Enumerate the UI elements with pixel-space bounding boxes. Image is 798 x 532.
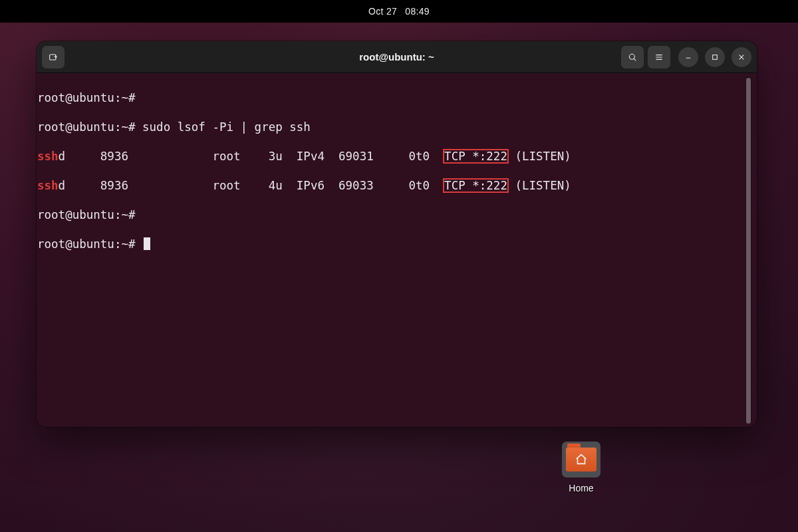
terminal-titlebar[interactable]: root@ubuntu: ~ — [37, 41, 757, 73]
grep-match: ssh — [37, 179, 59, 192]
clock-time: 08:49 — [405, 6, 430, 17]
annotation-box: TCP *:222 — [444, 150, 508, 163]
search-button[interactable] — [621, 46, 644, 68]
command-text: sudo lsof -Pi | grep ssh — [142, 120, 311, 134]
desktop-icon-label: Home — [557, 483, 605, 493]
minimize-button[interactable] — [678, 47, 698, 67]
output-text: (LISTEN) — [508, 150, 571, 163]
home-folder-icon — [566, 448, 597, 471]
output-text: d 8936 root 3u IPv4 69031 0t0 — [59, 150, 444, 163]
maximize-icon — [710, 52, 720, 63]
output-text: (LISTEN) — [508, 179, 571, 192]
svg-point-1 — [629, 54, 634, 59]
terminal-output[interactable]: root@ubuntu:~# root@ubuntu:~# sudo lsof … — [37, 76, 745, 424]
terminal-scrollbar[interactable] — [745, 76, 751, 424]
prompt-line: root@ubuntu:~# — [37, 208, 136, 221]
search-icon — [627, 52, 638, 63]
desktop-icon-home[interactable]: Home — [557, 442, 605, 493]
new-tab-icon — [48, 52, 59, 63]
svg-rect-0 — [50, 55, 56, 60]
close-button[interactable] — [732, 47, 751, 67]
annotation-box: TCP *:222 — [444, 179, 508, 192]
clock[interactable]: Oct 27 08:49 — [366, 6, 432, 17]
grep-match: ssh — [37, 150, 59, 163]
house-glyph-icon — [574, 452, 589, 467]
prompt-line: root@ubuntu:~# — [37, 91, 136, 104]
close-icon — [736, 52, 747, 63]
gnome-top-bar: Oct 27 08:49 — [0, 0, 798, 23]
icon-selection-box — [562, 442, 600, 477]
hamburger-icon — [654, 52, 664, 63]
scrollbar-thumb[interactable] — [746, 78, 751, 424]
minimize-icon — [683, 52, 694, 63]
prompt: root@ubuntu:~# — [37, 120, 142, 134]
text-cursor — [144, 237, 150, 250]
prompt-line: root@ubuntu:~# — [37, 237, 142, 251]
terminal-window: root@ubuntu: ~ root@ubuntu:~# root@ubunt… — [37, 41, 757, 427]
svg-rect-2 — [713, 55, 718, 59]
hamburger-menu-button[interactable] — [648, 46, 670, 68]
clock-date: Oct 27 — [368, 6, 397, 17]
terminal-body[interactable]: root@ubuntu:~# root@ubuntu:~# sudo lsof … — [37, 73, 757, 427]
output-text: d 8936 root 4u IPv6 69033 0t0 — [59, 179, 444, 192]
new-tab-button[interactable] — [42, 46, 65, 68]
maximize-button[interactable] — [705, 47, 725, 67]
